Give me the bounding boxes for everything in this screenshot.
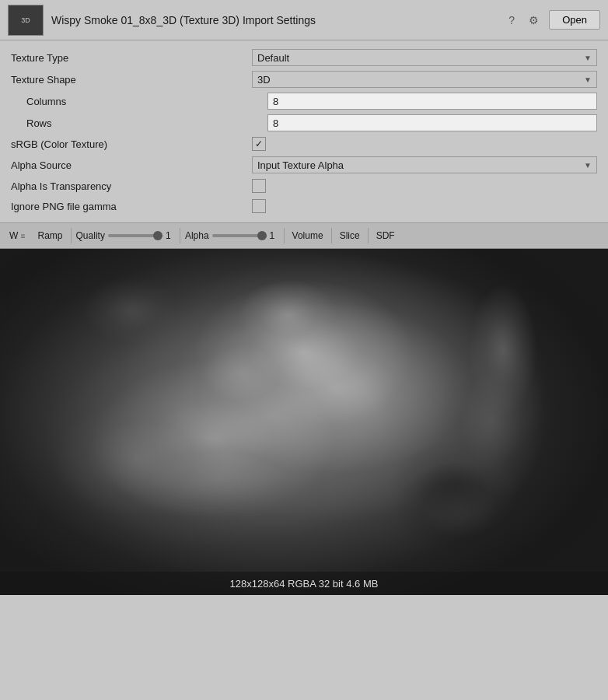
- columns-input[interactable]: [267, 93, 597, 110]
- quality-handle[interactable]: [153, 231, 162, 240]
- quality-slider-group: Quality 1: [73, 230, 178, 241]
- texture-shape-selected: 3D: [257, 74, 271, 86]
- columns-value-area: [267, 93, 597, 110]
- alpha-handle[interactable]: [257, 231, 267, 240]
- alpha-is-transparency-label: Alpha Is Transparency: [11, 180, 252, 192]
- info-bar: 128x128x64 RGBA 32 bit 4.6 MB: [0, 572, 608, 595]
- texture-shape-value-area: 3D ▼: [252, 71, 597, 88]
- srgb-checkbox[interactable]: [252, 137, 266, 151]
- quality-track[interactable]: [108, 234, 162, 237]
- texture-shape-label: Texture Shape: [11, 74, 252, 86]
- alpha-source-row: Alpha Source Input Texture Alpha ▼: [0, 154, 608, 176]
- alpha-source-arrow: ▼: [584, 161, 592, 170]
- smoke-wisp-5: [101, 424, 334, 533]
- quality-value: 1: [166, 230, 175, 241]
- toolbar-divider-1: [71, 228, 72, 243]
- toolbar-sdf[interactable]: SDF: [370, 227, 401, 244]
- rows-row: Rows: [0, 112, 608, 134]
- columns-row: Columns: [0, 90, 608, 112]
- toolbar-w-lines: ≡: [21, 232, 26, 240]
- toolbar-divider-3: [284, 228, 285, 243]
- rows-value-area: [267, 114, 597, 131]
- title-bar: 3D Wispy Smoke 01_8x8_3D (Texture 3D) Im…: [0, 0, 608, 40]
- alpha-source-dropdown[interactable]: Input Texture Alpha ▼: [252, 156, 597, 173]
- rows-input[interactable]: [267, 114, 597, 131]
- texture-shape-arrow: ▼: [584, 75, 592, 84]
- alpha-value: 1: [270, 230, 279, 241]
- ignore-png-row: Ignore PNG file gamma: [0, 196, 608, 216]
- toolbar-volume[interactable]: Volume: [286, 227, 330, 244]
- toolbar-slice[interactable]: Slice: [334, 227, 366, 244]
- toolbar-divider-4: [331, 228, 332, 243]
- srgb-row: sRGB (Color Texture): [0, 134, 608, 154]
- rows-label: Rows: [26, 117, 267, 129]
- toolbar: W ≡ Ramp Quality 1 Alpha 1 Volume Slice …: [0, 222, 608, 249]
- toolbar-w[interactable]: W ≡: [3, 227, 32, 244]
- toolbar-divider-5: [368, 228, 369, 243]
- srgb-value-area: [252, 137, 597, 151]
- alpha-is-transparency-row: Alpha Is Transparency: [0, 176, 608, 196]
- help-icon[interactable]: ?: [504, 12, 519, 28]
- alpha-is-transparency-value-area: [252, 179, 597, 193]
- info-text: 128x128x64 RGBA 32 bit 4.6 MB: [230, 578, 379, 590]
- columns-label: Columns: [26, 96, 267, 107]
- texture-type-row: Texture Type Default ▼: [0, 47, 608, 68]
- texture-thumbnail: 3D: [8, 5, 44, 36]
- ignore-png-label: Ignore PNG file gamma: [11, 201, 252, 212]
- srgb-label: sRGB (Color Texture): [11, 138, 252, 150]
- alpha-label: Alpha: [185, 230, 209, 241]
- smoke-dark-3: [375, 447, 546, 572]
- alpha-source-selected: Input Texture Alpha: [257, 159, 344, 171]
- smoke-bright-1: [218, 264, 358, 366]
- alpha-source-label: Alpha Source: [11, 159, 252, 171]
- open-button[interactable]: Open: [549, 10, 600, 30]
- window-title: Wispy Smoke 01_8x8_3D (Texture 3D) Impor…: [51, 14, 504, 26]
- texture-shape-dropdown[interactable]: 3D ▼: [252, 71, 597, 88]
- alpha-slider-group: Alpha 1: [182, 230, 282, 241]
- settings-icon[interactable]: ⚙: [526, 12, 541, 28]
- alpha-is-transparency-checkbox[interactable]: [252, 179, 266, 193]
- alpha-source-value-area: Input Texture Alpha ▼: [252, 156, 597, 173]
- toolbar-ramp[interactable]: Ramp: [32, 227, 69, 244]
- title-icons: ? ⚙: [504, 12, 541, 28]
- texture-type-value-area: Default ▼: [252, 49, 597, 66]
- settings-panel: Texture Type Default ▼ Texture Shape 3D …: [0, 40, 608, 222]
- quality-label: Quality: [76, 230, 105, 241]
- toolbar-divider-2: [180, 228, 180, 243]
- preview-area: 128x128x64 RGBA 32 bit 4.6 MB: [0, 249, 608, 595]
- texture-type-arrow: ▼: [584, 54, 592, 62]
- texture-type-selected: Default: [257, 52, 289, 64]
- alpha-track[interactable]: [212, 234, 267, 237]
- texture-type-label: Texture Type: [11, 52, 252, 64]
- texture-shape-row: Texture Shape 3D ▼: [0, 68, 608, 90]
- texture-type-dropdown[interactable]: Default ▼: [252, 49, 597, 66]
- ignore-png-checkbox[interactable]: [252, 199, 266, 213]
- ignore-png-value-area: [252, 199, 597, 213]
